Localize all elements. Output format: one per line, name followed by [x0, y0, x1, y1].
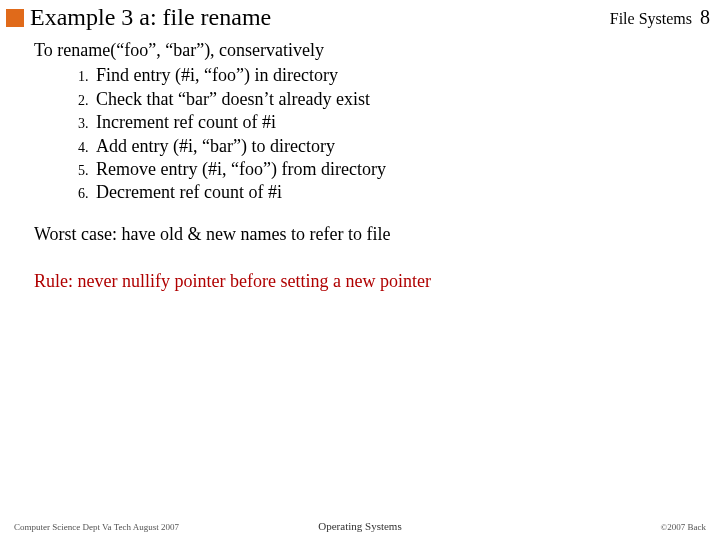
- section-label: File Systems: [610, 10, 692, 28]
- intro-line: To rename(“foo”, “bar”), conservatively: [34, 39, 700, 62]
- footer: Computer Science Dept Va Tech August 200…: [0, 520, 720, 532]
- header-right: File Systems 8: [610, 6, 710, 29]
- slide-title: Example 3 a: file rename: [30, 4, 610, 31]
- worst-case-line: Worst case: have old & new names to refe…: [34, 223, 700, 246]
- footer-right: ©2007 Back: [475, 522, 706, 532]
- steps-list: Find entry (#i, “foo”) in directory Chec…: [34, 64, 700, 204]
- title-bullet-icon: [6, 9, 24, 27]
- list-item: Remove entry (#i, “foo”) from directory: [92, 158, 700, 181]
- slide: Example 3 a: file rename File Systems 8 …: [0, 0, 720, 540]
- list-item: Find entry (#i, “foo”) in directory: [92, 64, 700, 87]
- list-item: Add entry (#i, “bar”) to directory: [92, 135, 700, 158]
- title-row: Example 3 a: file rename File Systems 8: [0, 0, 720, 31]
- list-item: Increment ref count of #i: [92, 111, 700, 134]
- footer-center: Operating Systems: [245, 520, 476, 532]
- footer-left: Computer Science Dept Va Tech August 200…: [14, 522, 245, 532]
- slide-body: To rename(“foo”, “bar”), conservatively …: [0, 31, 720, 294]
- list-item: Check that “bar” doesn’t already exist: [92, 88, 700, 111]
- page-number: 8: [700, 6, 710, 29]
- list-item: Decrement ref count of #i: [92, 181, 700, 204]
- rule-line: Rule: never nullify pointer before setti…: [34, 270, 700, 293]
